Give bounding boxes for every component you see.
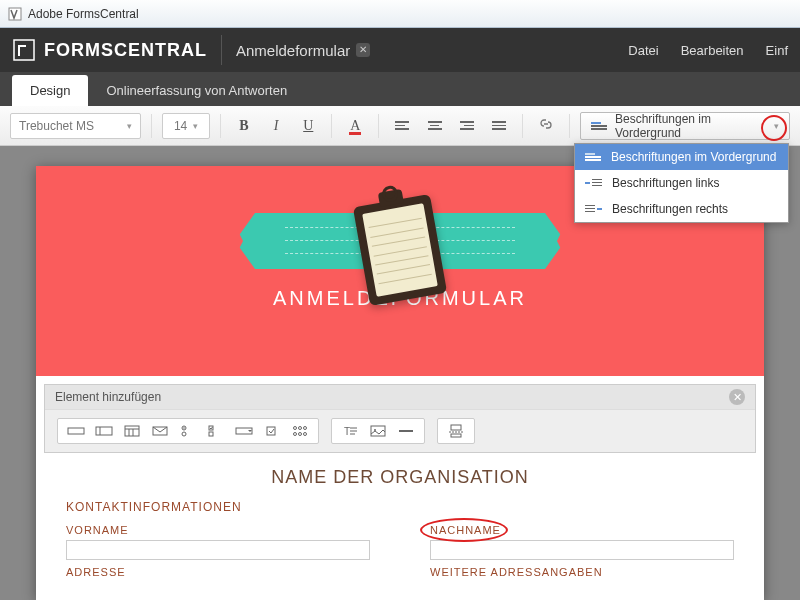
field-address: ADRESSE xyxy=(66,566,370,582)
svg-rect-30 xyxy=(451,425,461,430)
font-size-value: 14 xyxy=(174,119,187,133)
menu-edit[interactable]: Bearbeiten xyxy=(681,43,744,58)
label-position-icon xyxy=(591,122,607,130)
document-title: Anmeldeformular xyxy=(236,42,350,59)
svg-rect-27 xyxy=(371,426,385,436)
option-label: Beschriftungen links xyxy=(612,176,719,190)
align-justify-icon xyxy=(492,121,506,130)
field-row: ADRESSE WEITERE ADRESSANGABEN xyxy=(66,566,734,582)
divider xyxy=(378,114,379,138)
font-family-select[interactable]: Trebuchet MS ▾ xyxy=(10,113,141,139)
radio-icon[interactable] xyxy=(178,423,198,439)
element-toolbar-header: Element hinzufügen ✕ xyxy=(45,385,755,410)
form-body: NAME DER ORGANISATION KONTAKTINFORMATION… xyxy=(36,453,764,600)
form-page[interactable]: ANMELDEFORMULAR Element hinzufügen ✕ xyxy=(36,166,764,600)
app-icon xyxy=(8,7,22,21)
section-heading[interactable]: KONTAKTINFORMATIONEN xyxy=(66,500,734,514)
svg-text:T: T xyxy=(344,426,350,437)
svg-rect-5 xyxy=(125,426,139,436)
svg-point-22 xyxy=(304,433,307,436)
organization-title[interactable]: NAME DER ORGANISATION xyxy=(66,467,734,488)
label-right-icon xyxy=(585,205,602,213)
field-label-lastname[interactable]: NACHNAME xyxy=(430,524,734,536)
text-field-icon[interactable] xyxy=(66,423,86,439)
align-justify-button[interactable] xyxy=(486,113,512,139)
svg-point-12 xyxy=(183,427,185,429)
italic-button[interactable]: I xyxy=(263,113,289,139)
svg-rect-2 xyxy=(68,428,84,434)
field-label-firstname[interactable]: VORNAME xyxy=(66,524,370,536)
field-label-address[interactable]: ADRESSE xyxy=(66,566,370,578)
element-toolbar-title: Element hinzufügen xyxy=(55,390,161,404)
svg-point-21 xyxy=(299,433,302,436)
field-row: VORNAME NACHNAME xyxy=(66,524,734,560)
input-firstname[interactable] xyxy=(66,540,370,560)
app-header: FORMSCENTRAL Anmeldeformular ✕ Datei Bea… xyxy=(0,28,800,72)
text-input-icon[interactable] xyxy=(94,423,114,439)
svg-rect-32 xyxy=(451,434,461,437)
date-field-icon[interactable] xyxy=(122,423,142,439)
label-position-dropdown: Beschriftungen im Vordergrund Beschriftu… xyxy=(574,143,789,223)
align-left-button[interactable] xyxy=(389,113,415,139)
dropdown-option-left[interactable]: Beschriftungen links xyxy=(575,170,788,196)
rating-icon[interactable] xyxy=(290,423,310,439)
clipboard-graphic xyxy=(353,194,447,306)
dropdown-option-foreground[interactable]: Beschriftungen im Vordergrund xyxy=(575,144,788,170)
svg-point-20 xyxy=(294,433,297,436)
image-icon[interactable] xyxy=(368,423,388,439)
align-right-icon xyxy=(460,121,474,130)
divider xyxy=(569,114,570,138)
close-element-toolbar-button[interactable]: ✕ xyxy=(729,389,745,405)
window-titlebar: Adobe FormsCentral xyxy=(0,0,800,28)
svg-point-18 xyxy=(299,427,302,430)
text-color-button[interactable]: A xyxy=(342,113,368,139)
align-right-button[interactable] xyxy=(454,113,480,139)
label-position-select[interactable]: Beschriftungen im Vordergrund ▾ Beschrif… xyxy=(580,112,790,140)
chevron-down-icon: ▾ xyxy=(774,121,779,131)
menu-file[interactable]: Datei xyxy=(628,43,658,58)
label-top-icon xyxy=(585,153,601,161)
text-block-icon[interactable]: T xyxy=(340,423,360,439)
field-firstname: VORNAME xyxy=(66,524,370,560)
underline-button[interactable]: U xyxy=(295,113,321,139)
align-left-icon xyxy=(395,121,409,130)
svg-point-19 xyxy=(304,427,307,430)
divider xyxy=(220,114,221,138)
close-document-button[interactable]: ✕ xyxy=(356,43,370,57)
svg-rect-14 xyxy=(209,432,213,436)
divider xyxy=(522,114,523,138)
align-center-button[interactable] xyxy=(422,113,448,139)
tab-responses[interactable]: Onlineerfassung von Antworten xyxy=(88,75,305,106)
font-size-select[interactable]: 14 ▾ xyxy=(162,113,210,139)
dropdown-option-right[interactable]: Beschriftungen rechts xyxy=(575,196,788,222)
svg-rect-3 xyxy=(96,427,112,435)
option-label: Beschriftungen im Vordergrund xyxy=(611,150,776,164)
label-left-icon xyxy=(585,179,602,187)
field-label-address2[interactable]: WEITERE ADRESSANGABEN xyxy=(430,566,734,578)
tab-design[interactable]: Design xyxy=(12,75,88,106)
field-lastname: NACHNAME xyxy=(430,524,734,560)
bold-button[interactable]: B xyxy=(231,113,257,139)
checkbox-icon[interactable] xyxy=(262,423,282,439)
chevron-down-icon: ▾ xyxy=(127,121,132,131)
formatting-toolbar: Trebuchet MS ▾ 14 ▾ B I U A Beschriftung… xyxy=(0,106,800,146)
link-button[interactable] xyxy=(533,113,559,139)
menu-insert[interactable]: Einf xyxy=(766,43,788,58)
element-toolbar: Element hinzufügen ✕ T xyxy=(44,384,756,453)
email-field-icon[interactable] xyxy=(150,423,170,439)
field-address2: WEITERE ADRESSANGABEN xyxy=(430,566,734,582)
svg-rect-1 xyxy=(14,40,34,60)
option-label: Beschriftungen rechts xyxy=(612,202,728,216)
link-icon xyxy=(538,116,554,135)
brand-icon xyxy=(12,38,36,62)
page-break-icon[interactable] xyxy=(446,423,466,439)
divider xyxy=(221,35,222,65)
font-family-value: Trebuchet MS xyxy=(19,119,94,133)
main-menu: Datei Bearbeiten Einf xyxy=(628,43,788,58)
checkbox-list-icon[interactable] xyxy=(206,423,226,439)
svg-rect-16 xyxy=(267,427,275,435)
divider-icon[interactable] xyxy=(396,423,416,439)
dropdown-icon[interactable] xyxy=(234,423,254,439)
input-lastname[interactable] xyxy=(430,540,734,560)
divider xyxy=(331,114,332,138)
